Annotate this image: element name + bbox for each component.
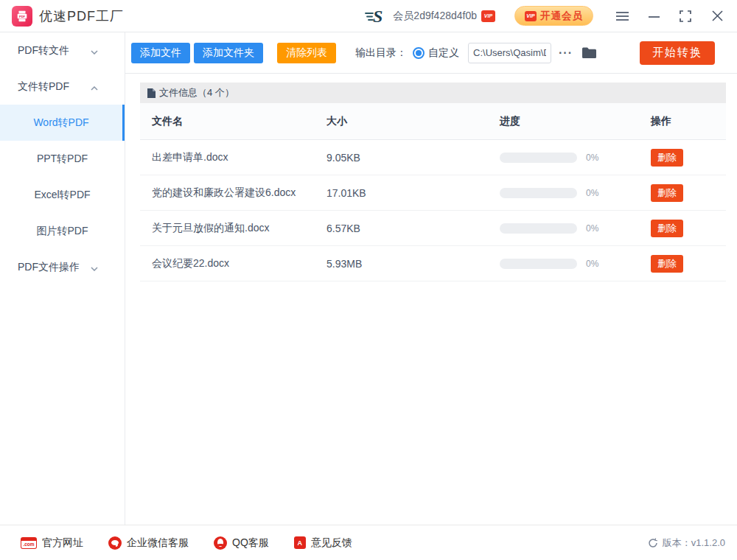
vip-icon: VIP	[525, 11, 537, 21]
sidebar-item-excel-to-pdf[interactable]: Excel转PDF	[0, 177, 125, 213]
refresh-icon[interactable]	[648, 538, 658, 548]
title-bar: PDF 优速PDF工厂 S 会员2d9f428d4f0b VIP VIP 开通会…	[0, 0, 737, 32]
clear-list-button[interactable]: 清除列表	[277, 43, 336, 63]
title-bar-right: S 会员2d9f428d4f0b VIP VIP 开通会员	[365, 6, 724, 26]
start-convert-button[interactable]: 开始转换	[640, 41, 715, 65]
sidebar-item-label: 图片转PDF	[37, 225, 88, 238]
output-directory-label: 输出目录：	[355, 46, 407, 60]
radio-dot	[416, 50, 422, 56]
toolbar: 添加文件 添加文件夹 清除列表 输出目录： 自定义 ··· 开始转换	[125, 32, 737, 74]
version-label: 版本：v1.1.2.0	[663, 536, 725, 550]
chevron-down-icon	[91, 262, 98, 273]
delete-button[interactable]: 删除	[651, 220, 683, 237]
footer-link-label: QQ客服	[232, 536, 269, 550]
progress-percent: 0%	[586, 223, 598, 234]
document-icon	[147, 88, 156, 98]
app-logo-icon: PDF	[12, 6, 32, 27]
sidebar-group-file-to-pdf[interactable]: 文件转PDF	[0, 69, 125, 105]
column-header-action: 操作	[651, 115, 714, 128]
delete-button[interactable]: 删除	[651, 255, 683, 273]
progress-bar	[500, 259, 577, 269]
sidebar-item-image-to-pdf[interactable]: 图片转PDF	[0, 213, 125, 249]
feedback-link[interactable]: A 意见反馈	[294, 536, 352, 550]
sidebar-group-label: PDF文件操作	[18, 261, 80, 274]
add-folder-button[interactable]: 添加文件夹	[194, 43, 263, 63]
user-avatar[interactable]: S	[365, 7, 387, 26]
file-name: 出差申请单.docx	[152, 151, 326, 164]
wechat-service-icon	[108, 536, 122, 550]
file-info-bar: 文件信息（4 个）	[140, 83, 726, 103]
sidebar-item-label: Excel转PDF	[34, 189, 90, 202]
menu-icon[interactable]	[615, 10, 629, 23]
window-controls	[615, 10, 724, 23]
open-folder-icon[interactable]	[581, 46, 597, 59]
file-name: 关于元旦放假的通知.docx	[152, 222, 326, 235]
footer-link-label: 企业微信客服	[127, 536, 189, 550]
table-row: 关于元旦放假的通知.docx 6.57KB 0% 删除	[140, 211, 726, 246]
brand: PDF 优速PDF工厂	[12, 6, 124, 27]
open-vip-button[interactable]: VIP 开通会员	[514, 6, 593, 26]
footer-link-label: 官方网址	[42, 536, 83, 550]
close-icon[interactable]	[710, 10, 724, 23]
file-name: 党的建设和廉政公署建设6.docx	[152, 186, 326, 200]
main-area: 添加文件 添加文件夹 清除列表 输出目录： 自定义 ··· 开始转换	[125, 32, 737, 525]
file-size: 9.05KB	[326, 152, 500, 164]
column-header-filename: 文件名	[152, 115, 326, 128]
progress-cell: 0%	[500, 153, 651, 163]
column-header-size: 大小	[326, 115, 500, 128]
maximize-icon[interactable]	[679, 10, 692, 23]
delete-button[interactable]: 删除	[651, 184, 683, 202]
file-name: 会议纪要22.docx	[152, 257, 326, 270]
output-path-input[interactable]	[468, 43, 551, 63]
file-size: 17.01KB	[326, 187, 500, 199]
minimize-icon[interactable]	[647, 10, 660, 23]
progress-bar	[500, 188, 577, 198]
progress-cell: 0%	[500, 223, 651, 234]
feedback-icon: A	[294, 536, 306, 549]
table-header-row: 文件名 大小 进度 操作	[140, 103, 726, 140]
file-size: 5.93MB	[326, 258, 500, 270]
sidebar-item-ppt-to-pdf[interactable]: PPT转PDF	[0, 141, 125, 177]
file-size: 6.57KB	[326, 223, 500, 234]
qq-service-link[interactable]: QQ客服	[214, 536, 269, 550]
progress-percent: 0%	[586, 153, 598, 163]
column-header-progress: 进度	[500, 115, 651, 128]
file-info-title: 文件信息（4 个）	[159, 86, 234, 99]
browse-more-button[interactable]: ···	[559, 46, 573, 60]
qq-service-icon	[214, 536, 227, 550]
official-website-link[interactable]: .com 官方网址	[21, 536, 83, 550]
file-panel: 文件信息（4 个） 文件名 大小 进度 操作 出差申请单.docx 9.05KB…	[125, 74, 737, 525]
progress-cell: 0%	[500, 259, 651, 269]
open-vip-label: 开通会员	[540, 10, 583, 23]
progress-bar	[500, 153, 577, 163]
output-directory-group: 输出目录： 自定义 ··· 开始转换	[355, 41, 715, 65]
chevron-down-icon	[91, 45, 98, 57]
sidebar-group-label: PDF转文件	[18, 44, 69, 57]
sidebar-group-pdf-to-file[interactable]: PDF转文件	[0, 32, 125, 69]
table-row: 出差申请单.docx 9.05KB 0% 删除	[140, 140, 726, 175]
table-row: 党的建设和廉政公署建设6.docx 17.01KB 0% 删除	[140, 175, 726, 211]
chevron-up-icon	[91, 81, 98, 93]
member-id-label: 会员2d9f428d4f0b	[393, 10, 477, 23]
delete-button[interactable]: 删除	[651, 149, 683, 167]
vip-badge-icon: VIP	[481, 10, 495, 22]
progress-percent: 0%	[586, 188, 598, 198]
add-file-button[interactable]: 添加文件	[131, 43, 190, 63]
progress-percent: 0%	[586, 259, 598, 269]
website-com-icon: .com	[21, 537, 37, 549]
custom-radio[interactable]	[413, 47, 425, 59]
wechat-service-link[interactable]: 企业微信客服	[108, 536, 189, 550]
sidebar: PDF转文件 文件转PDF Word转PDF PPT转PDF Excel转PDF…	[0, 32, 125, 525]
sidebar-group-label: 文件转PDF	[18, 80, 69, 94]
sidebar-item-label: PPT转PDF	[37, 153, 88, 166]
progress-cell: 0%	[500, 188, 651, 198]
sidebar-group-pdf-operations[interactable]: PDF文件操作	[0, 249, 125, 285]
footer-link-label: 意见反馈	[311, 536, 352, 550]
svg-text:S: S	[373, 7, 383, 26]
sidebar-item-word-to-pdf[interactable]: Word转PDF	[0, 105, 125, 141]
sidebar-item-label: Word转PDF	[33, 116, 88, 130]
app-title: 优速PDF工厂	[39, 7, 124, 25]
svg-text:PDF: PDF	[19, 14, 26, 18]
table-row: 会议纪要22.docx 5.93MB 0% 删除	[140, 246, 726, 281]
footer: .com 官方网址 企业微信客服 QQ客服 A 意见反馈 版本：v1.1.2.0	[0, 525, 737, 560]
